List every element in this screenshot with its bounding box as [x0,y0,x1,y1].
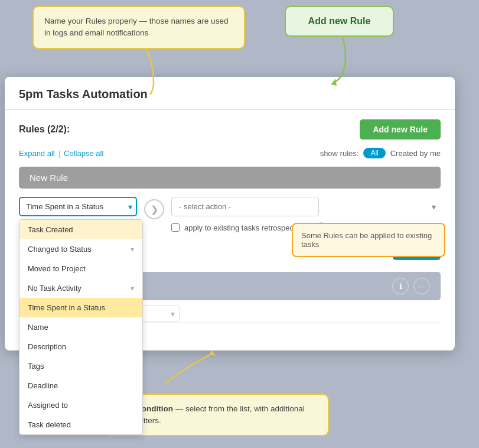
rules-label: Rules (2/2): [19,124,70,135]
retrospective-checkbox[interactable] [171,223,180,232]
more-options-button[interactable]: ··· [413,278,430,294]
dropdown-item-assigned-to[interactable]: Assigned to [19,395,142,415]
dropdown-item-changed-label: Changed to Status [28,245,92,254]
tooltip-naming-rules: Name your Rules properly — those names a… [32,6,245,49]
toggle-all-button[interactable]: All [363,148,385,158]
dropdown-item-tags[interactable]: Tags [19,356,142,376]
show-rules-label: show rules: [320,149,359,158]
dropdown-item-time-spent[interactable]: Time Spent in a Status [19,298,142,317]
changed-arrow-icon: ▾ [131,245,134,254]
tooltip-naming-rules-text: Name your Rules properly — those names a… [44,17,228,37]
action-select-wrapper: - select action - [171,197,441,216]
dropdown-item-deadline[interactable]: Deadline [19,376,142,395]
dropdown-item-deadline-label: Deadline [28,381,58,390]
action-select[interactable]: - select action - [171,197,319,216]
toggle-created-by-me[interactable]: Created by me [390,149,441,158]
dropdown-item-no-task-activity[interactable]: No Task Activity ▾ [19,278,142,298]
trigger-select-wrapper: Task Created Changed to Status Moved to … [19,197,137,216]
svg-marker-1 [331,79,337,86]
show-rules-control: show rules: All Created by me [320,148,441,158]
separator: | [58,149,60,158]
rule-arrow-button[interactable]: ❯ [144,199,164,219]
dropdown-item-task-deleted[interactable]: Task deleted [19,415,142,434]
dropdown-item-task-created[interactable]: Task Created [19,220,142,239]
action-section: - select action - apply to existing task… [171,197,441,233]
dropdown-item-name[interactable]: Name [19,317,142,337]
dropdown-item-name-label: Name [28,323,48,332]
no-activity-arrow-icon: ▾ [131,284,134,293]
dropdown-item-time-spent-label: Time Spent in a Status [28,303,105,312]
dropdown-item-tags-label: Tags [28,362,44,371]
dropdown-item-changed-to-status[interactable]: Changed to Status ▾ [19,239,142,259]
info-icon: ℹ [399,282,402,291]
rule-trigger-row: Task Created Changed to Status Moved to … [19,197,441,233]
dropdown-item-assigned-label: Assigned to [28,401,68,410]
main-modal: 5pm Tasks Automation Rules (2/2): Add ne… [5,77,455,350]
more-icon: ··· [419,282,425,291]
new-rule-title-bar: New Rule [19,167,441,189]
rules-header: Rules (2/2): Add new Rule [19,119,441,139]
dropdown-item-task-created-label: Task Created [28,225,73,234]
modal-body: Rules (2/2): Add new Rule Expand all | C… [5,110,455,350]
right-arrow-icon: ❯ [151,204,158,215]
dropdown-item-deleted-label: Task deleted [28,420,71,429]
expand-all-link[interactable]: Expand all [19,149,55,158]
dropdown-item-moved-label: Moved to Project [28,264,86,273]
tooltip-add-rule: Add new Rule [285,6,394,37]
add-new-rule-button[interactable]: Add new Rule [360,119,441,139]
collapse-all-link[interactable]: Collapse all [64,149,103,158]
expand-links: Expand all | Collapse all [19,149,103,158]
trigger-section: Task Created Changed to Status Moved to … [19,197,137,216]
dropdown-item-description[interactable]: Description [19,337,142,356]
info-icon-button[interactable]: ℹ [392,278,409,294]
existing-tasks-callout-text: Some Rules can be applied to existing ta… [301,231,432,249]
tooltip-add-rule-text: Add new Rule [308,16,371,26]
dropdown-item-description-label: Description [28,342,66,351]
existing-tasks-callout: Some Rules can be applied to existing ta… [292,223,445,257]
trigger-dropdown-open: Task Created Changed to Status ▾ Moved t… [19,219,143,435]
dropdown-item-no-activity-label: No Task Activity [28,284,82,293]
new-rule-block: New Rule Task Created Changed to Status … [19,167,441,265]
dropdown-item-moved-to-project[interactable]: Moved to Project [19,259,142,278]
expand-row: Expand all | Collapse all show rules: Al… [19,148,441,158]
trigger-select[interactable]: Task Created Changed to Status Moved to … [19,197,137,216]
